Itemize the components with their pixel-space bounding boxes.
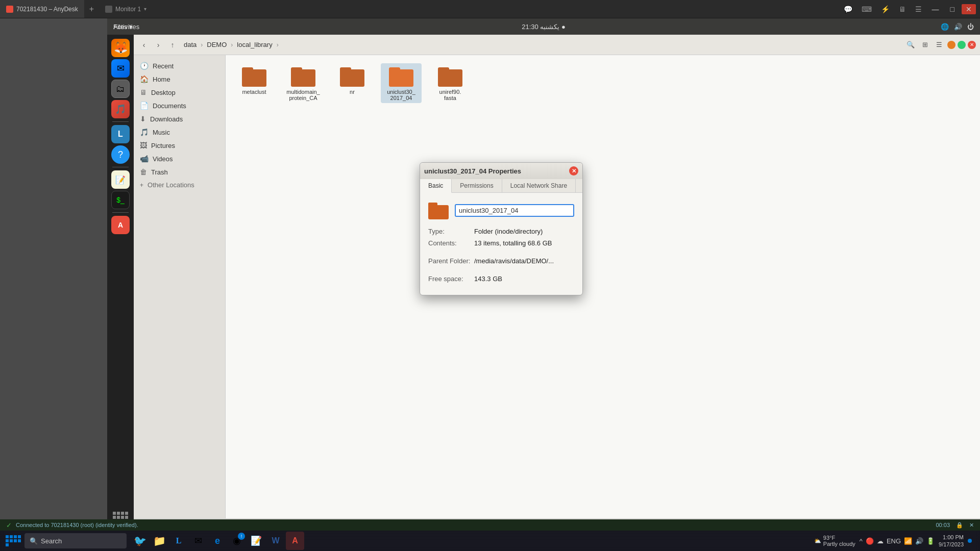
window-maximize-btn[interactable] [958,41,966,49]
prop-parent-value: /media/ravis/data/DEMO/... [474,257,554,265]
folder-uniclust-icon [389,65,413,87]
folder-uniref[interactable]: uniref90.fasta [430,63,471,103]
sidebar-label-downloads: Downloads [150,115,183,123]
breadcrumb-local-library[interactable]: local_library [234,40,275,49]
dock-editor[interactable]: 📝 [111,170,130,189]
folder-metaclust[interactable]: metaclust [234,63,275,103]
dock-separator-2 [112,167,129,167]
ubuntu-remote-window: Activities Files ▾ 21:30 یکشنبه ● 🌐 🔊 ⏻ … [107,18,980,531]
prop-contents-label: Contents: [428,239,474,247]
sidebar-item-trash[interactable]: 🗑 Trash [134,165,225,179]
tray-sound-icon[interactable]: 🔊 [915,537,923,545]
taskbar-app-word[interactable]: W [266,532,285,550]
ubuntu-dock: 🦊 ✉ 🗂 🎵 L ? 📝 $_ A [107,35,134,531]
tray-expand[interactable]: ^ [860,537,863,545]
clock-time: 1:00 PM [939,534,964,541]
taskbar-app-anydesk[interactable]: A [286,532,304,550]
dock-libreoffice[interactable]: L [111,125,130,143]
anydesk-toolbar-keyboard[interactable]: ⌨ [859,4,875,14]
connected-close-icon[interactable]: ✕ [969,522,974,529]
sidebar-item-music[interactable]: 🎵 Music [134,126,225,139]
activities-button[interactable]: Activities [107,18,139,35]
taskbar-app-bird[interactable]: 🐦 [131,532,149,550]
nav-forward[interactable]: › [152,39,164,51]
view-toggle-btn[interactable]: ⊞ [919,39,931,51]
nav-up[interactable]: ↑ [166,39,179,51]
prop-tab-basic[interactable]: Basic [420,179,452,193]
window-minimize[interactable]: — [928,4,943,14]
sidebar-item-pictures[interactable]: 🖼 Pictures [134,139,225,152]
prop-tab-network-share[interactable]: Local Network Share [502,179,576,192]
anydesk-toolbar-chat[interactable]: 💬 [841,4,855,14]
sidebar-item-downloads[interactable]: ⬇ Downloads [134,112,225,126]
volume-icon[interactable]: 🔊 [954,23,962,31]
monitor-dropdown-arrow[interactable]: ▾ [144,6,146,12]
search-btn[interactable]: 🔍 [904,39,917,51]
libreoffice-icon: L [118,130,123,139]
fm-toolbar: ‹ › ↑ data › DEMO › local_library › 🔍 ⊞ … [134,35,980,55]
window-close[interactable]: ✕ [962,4,976,14]
sidebar-other-locations[interactable]: + Other Locations [134,179,225,191]
taskbar-app-chrome[interactable]: ◉ ! [228,532,246,550]
anydesk-toolbar-lightning[interactable]: ⚡ [878,4,893,14]
folder-nr[interactable]: nr [332,63,373,103]
properties-close-btn[interactable]: ✕ [569,166,578,176]
sidebar-item-recent[interactable]: 🕐 Recent [134,59,225,72]
folder-uniclust[interactable]: uniclust30_2017_04 [381,63,422,103]
sidebar-item-documents[interactable]: 📄 Documents [134,99,225,112]
nav-back[interactable]: ‹ [138,39,150,51]
taskbar-app-mail[interactable]: ✉ [189,532,207,550]
videos-icon: 📹 [140,155,149,163]
window-close-btn[interactable]: ✕ [968,41,976,49]
dock-terminal[interactable]: $_ [111,191,130,209]
folder-name-input[interactable] [455,204,574,217]
breadcrumb-data[interactable]: data [181,40,200,49]
dock-anydesk[interactable]: A [111,216,130,234]
anydesk-toolbar-display[interactable]: 🖥 [896,4,909,14]
tray-eng-label[interactable]: ENG [887,537,901,545]
system-clock[interactable]: 1:00 PM 9/17/2023 [939,534,964,548]
window-minimize-btn[interactable] [947,41,955,49]
taskbar-app-edge[interactable]: e [208,532,227,550]
folder-multidomai[interactable]: multidomain_protein_CA [283,63,324,103]
firefox-icon: 🦊 [114,41,128,55]
anydesk-add-tab[interactable]: + [84,5,99,14]
prop-type-value: Folder (inode/directory) [474,228,543,235]
anydesk-active-tab[interactable]: 702181430 – AnyDesk [0,0,84,18]
prop-type-label: Type: [428,228,474,235]
dock-thunderbird[interactable]: ✉ [111,59,130,78]
taskbar-app-libreoffice[interactable]: L [169,532,188,550]
network-icon[interactable]: 🌐 [941,23,949,31]
power-icon[interactable]: ⏻ [967,23,974,31]
tray-battery-icon[interactable]: 🔋 [926,537,935,545]
window-maximize[interactable]: □ [946,4,959,14]
recent-icon: 🕐 [140,62,149,70]
breadcrumb-demo[interactable]: DEMO [204,40,230,49]
weather-widget[interactable]: ⛅ 93°F Partly cloudy [814,535,855,547]
sidebar-item-desktop[interactable]: 🖥 Desktop [134,86,225,99]
tray-wifi-icon[interactable]: 📶 [904,537,912,545]
tray-cloud-icon[interactable]: ☁ [877,537,884,545]
anydesk-toolbar-menu[interactable]: ☰ [912,4,925,14]
fm-body: 🕐 Recent 🏠 Home 🖥 Desktop 📄 Documents ⬇ [134,55,980,518]
taskbar-app-file-explorer[interactable]: 📁 [150,532,168,550]
sidebar-item-home[interactable]: 🏠 Home [134,72,225,86]
prop-tab-permissions[interactable]: Permissions [452,179,502,192]
taskbar-search[interactable]: 🔍 Search [24,533,127,548]
dock-help[interactable]: ? [111,145,130,164]
dock-files[interactable]: 🗂 [111,80,130,98]
anydesk-monitor-tab[interactable]: Monitor 1 ▾ [99,0,153,18]
prop-row-type: Type: Folder (inode/directory) [428,228,574,235]
folder-uniclust-label: uniclust30_2017_04 [387,89,415,101]
trash-icon: 🗑 [140,168,147,176]
notification-dot[interactable] [968,539,972,543]
dock-rhythmbox[interactable]: 🎵 [111,100,130,118]
windows-taskbar: 🔍 Search 🐦 📁 L ✉ e ◉ ! 📝 W A [0,531,980,551]
chrome-badge: ! [238,533,245,540]
list-view-btn[interactable]: ☰ [933,39,945,51]
sidebar-item-videos[interactable]: 📹 Videos [134,152,225,165]
weather-info: 93°F Partly cloudy [823,535,855,547]
start-button[interactable] [4,532,22,550]
dock-firefox[interactable]: 🦊 [111,39,130,57]
taskbar-app-notes[interactable]: 📝 [247,532,265,550]
